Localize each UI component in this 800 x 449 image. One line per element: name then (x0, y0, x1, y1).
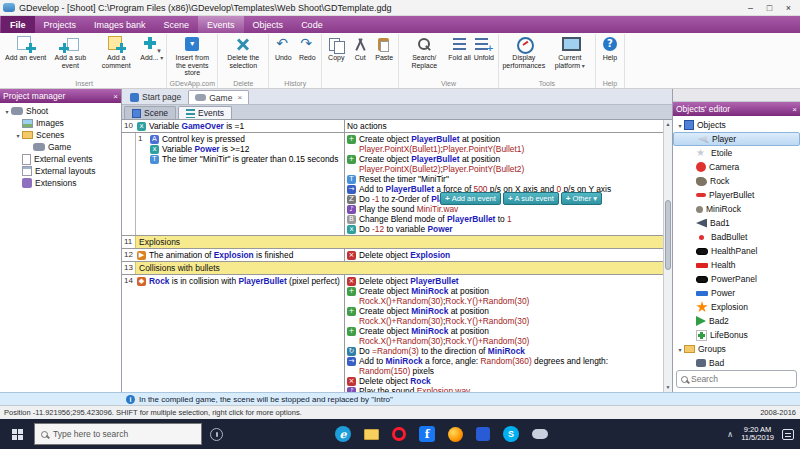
maximize-button[interactable]: □ (761, 1, 778, 15)
ribbon-help-button[interactable]: Help (598, 34, 622, 62)
scroll-up-icon[interactable]: ▲ (664, 120, 672, 129)
ribbon-current-platform-button[interactable]: Current platform ▾ (547, 34, 593, 70)
objects-editor-close-icon[interactable]: × (792, 105, 797, 114)
taskbar-clock[interactable]: 9:20 AM11/5/2019 (741, 426, 774, 443)
ribbon-unfold-button[interactable]: Unfold (472, 34, 496, 62)
object-item-powerpanel[interactable]: PowerPanel (673, 272, 800, 286)
start-button[interactable] (0, 419, 34, 449)
ribbon-undo-button[interactable]: Undo (271, 34, 295, 62)
object-item-minirock[interactable]: MiniRock (673, 202, 800, 216)
object-item-explosion[interactable]: Explosion (673, 300, 800, 314)
menu-tab-file[interactable]: File (1, 16, 35, 33)
tray-expand-icon[interactable]: ∧ (727, 430, 733, 439)
events-scrollbar[interactable]: ▲ ▼ (663, 120, 672, 392)
microphone-icon[interactable] (210, 428, 223, 441)
tab-events[interactable]: Events (178, 106, 232, 119)
scrollbar-thumb[interactable] (665, 200, 671, 270)
event-row[interactable]: 12▶The animation of Explosion is finishe… (122, 249, 663, 262)
action-center-icon[interactable] (782, 429, 794, 440)
firefox-taskbar-icon[interactable] (448, 427, 463, 442)
object-item-lifebonus[interactable]: LifeBonus (673, 328, 800, 342)
object-item-player[interactable]: Player (673, 132, 800, 146)
object-item-healthpanel[interactable]: HealthPanel (673, 244, 800, 258)
event-row[interactable]: 10xVariable GameOver is =1No actions (122, 120, 663, 133)
menu-tab-scene[interactable]: Scene (155, 16, 199, 33)
condition-line[interactable]: ▶The animation of Explosion is finished (135, 250, 344, 260)
object-item-bad1[interactable]: Bad1 (673, 216, 800, 230)
event-row[interactable]: 14◆Rock is in collision with PlayerBulle… (122, 275, 663, 392)
edge-taskbar-icon[interactable] (335, 426, 351, 442)
action-line[interactable]: ×Delete object Explosion (345, 250, 663, 260)
condition-line[interactable]: TThe timer "MiniTir" is greater than 0.1… (148, 154, 344, 164)
condition-line[interactable]: ◆Rock is in collision with PlayerBullet … (135, 276, 344, 286)
sidebar-item-game[interactable]: Game (0, 141, 121, 153)
tab-start-page[interactable]: Start page (124, 90, 187, 104)
taskbar-search[interactable]: Type here to search (34, 423, 202, 445)
object-item-groups[interactable]: ▾Groups (673, 342, 800, 356)
action-line[interactable]: ♪Play the sound Explosion.wav (345, 386, 663, 392)
object-item-etoile[interactable]: Etoile (673, 146, 800, 160)
actions-cell[interactable]: ×Delete object PlayerBullet+Create objec… (345, 275, 663, 392)
ribbon-redo-button[interactable]: Redo (295, 34, 319, 62)
menu-tab-projects[interactable]: Projects (35, 16, 86, 33)
gdevelop-taskbar-icon[interactable] (532, 429, 548, 439)
menu-tab-objects[interactable]: Objects (244, 16, 293, 33)
ribbon-delete-the-selection-button[interactable]: Delete the selection (220, 34, 266, 69)
conditions-cell[interactable]: xVariable GameOver is =1 (135, 120, 345, 132)
actions-cell[interactable]: +Create object PlayerBullet at position … (345, 133, 663, 235)
ribbon-add-a-sub-event-button[interactable]: Add a sub event (47, 34, 93, 69)
object-item-bad[interactable]: Bad (673, 356, 800, 367)
condition-line[interactable]: xVariable GameOver is =1 (135, 121, 344, 131)
actions-cell[interactable]: No actions (345, 120, 663, 132)
facebook-taskbar-icon[interactable] (419, 426, 435, 442)
tab-scene[interactable]: Scene (124, 106, 176, 119)
object-item-rock[interactable]: Rock (673, 174, 800, 188)
explorer-taskbar-icon[interactable] (364, 429, 379, 440)
ribbon-paste-button[interactable]: Paste (372, 34, 396, 62)
event-row[interactable]: 1AControl key is pressedxVariable Power … (122, 133, 663, 236)
actions-cell[interactable]: ×Delete object Explosion (345, 249, 663, 261)
action-line[interactable]: ×Delete object Rock (345, 376, 663, 386)
event-row[interactable]: 11Explosions (122, 236, 663, 249)
ribbon-search-replace-button[interactable]: Search/ Replace (401, 34, 447, 69)
object-item-playerbullet[interactable]: PlayerBullet (673, 188, 800, 202)
ribbon-fold-all-button[interactable]: Fold all (447, 34, 472, 62)
action-line[interactable]: →Add to MiniRock a force, angle: Random(… (345, 356, 663, 376)
tab-close-icon[interactable]: × (237, 93, 242, 102)
object-item-bad2[interactable]: Bad2 (673, 314, 800, 328)
comment-row[interactable]: Explosions (135, 236, 663, 248)
sidebar-item-images[interactable]: Images (0, 117, 121, 129)
sidebar-item-shoot[interactable]: ▾Shoot (0, 105, 121, 117)
condition-line[interactable]: AControl key is pressed (148, 134, 344, 144)
condition-line[interactable]: xVariable Power is >=12 (148, 144, 344, 154)
ribbon-add-a-comment-button[interactable]: Add a comment (93, 34, 139, 69)
sidebar-item-external-events[interactable]: External events (0, 153, 121, 165)
skype-taskbar-icon[interactable] (503, 426, 519, 442)
action-line[interactable]: +Create object MiniRock at position Rock… (345, 326, 663, 346)
conditions-cell[interactable]: ▶The animation of Explosion is finished (135, 249, 345, 261)
sidebar-item-extensions[interactable]: Extensions (0, 177, 121, 189)
objects-search-input[interactable] (691, 374, 792, 384)
action-line[interactable]: No actions (345, 121, 663, 131)
action-line[interactable]: ♪Play the sound MiniTir.wav (345, 204, 663, 214)
action-line[interactable]: ↻Do =Random(3) to the direction of MiniR… (345, 346, 663, 356)
conditions-cell[interactable]: ◆Rock is in collision with PlayerBullet … (135, 275, 345, 392)
action-line[interactable]: BChange Blend mode of PlayerBullet to 1 (345, 214, 663, 224)
action-line[interactable]: +Create object PlayerBullet at position … (345, 134, 663, 154)
action-line[interactable]: xDo -12 to variable Power (345, 224, 663, 234)
close-button[interactable]: × (780, 1, 797, 15)
inline-other-button[interactable]: +Other▾ (561, 192, 602, 205)
action-line[interactable]: TReset the timer "MiniTir" (345, 174, 663, 184)
menu-tab-code[interactable]: Code (292, 16, 332, 33)
ribbon-add-button[interactable]: Add... ▾ (139, 34, 164, 63)
inline-add-an-event-button[interactable]: +Add an event (440, 192, 501, 205)
action-line[interactable]: +Create object MiniRock at position Rock… (345, 306, 663, 326)
minimize-button[interactable]: – (742, 1, 759, 15)
menu-tab-events[interactable]: Events (198, 16, 244, 33)
event-row[interactable]: 13Collisions with bullets (122, 262, 663, 275)
ribbon-insert-from-the-events-store-button[interactable]: Insert from the events store (169, 34, 215, 77)
sidebar-item-scenes[interactable]: ▾Scenes (0, 129, 121, 141)
app-blue-taskbar-icon[interactable] (476, 427, 490, 441)
object-item-badbullet[interactable]: BadBullet (673, 230, 800, 244)
sidebar-item-external-layouts[interactable]: External layouts (0, 165, 121, 177)
